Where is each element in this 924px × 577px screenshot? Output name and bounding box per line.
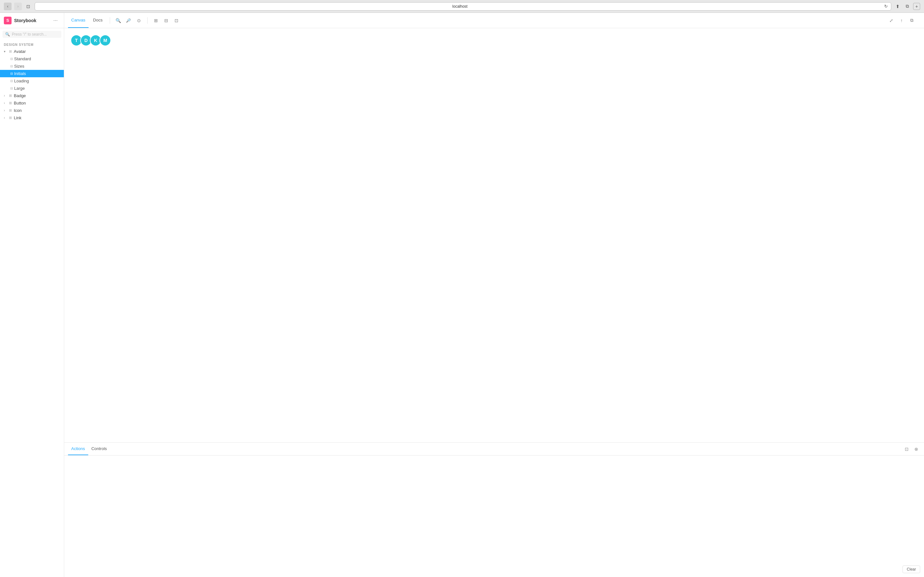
bottom-panel: Actions Controls ⊡ ⊗ Clear [64,442,924,577]
forward-button[interactable]: › [14,3,22,10]
zoom-in-button[interactable]: 🔍 [114,16,123,25]
topbar: S Storybook ··· Canvas Docs 🔍 🔎 ⊙ ⊞ ⊟ ⊡ … [0,13,924,28]
grid-icon: ⊞ [9,93,12,98]
share-canvas-button[interactable]: ↑ [897,16,906,25]
sidebar-group-header-icon[interactable]: › ⊞ Icon [0,107,64,114]
sidebar-item-sizes[interactable]: ⊟ Sizes [0,63,64,70]
copy-canvas-button[interactable]: ⧉ [907,16,916,25]
bottom-tab-actions[interactable]: Actions [68,443,88,455]
sidebar-item-label-standard: Standard [14,56,31,61]
view-outline-button[interactable]: ⊡ [172,16,181,25]
search-box[interactable]: 🔍 Press "/" to search... [3,31,61,38]
bottom-tab-controls[interactable]: Controls [88,443,110,455]
panel-resize-button[interactable]: ⊡ [903,445,911,453]
app: S Storybook ··· Canvas Docs 🔍 🔎 ⊙ ⊞ ⊟ ⊡ … [0,13,924,577]
url-bar[interactable]: localhost ↻ [35,2,891,11]
view-grid-button[interactable]: ⊟ [162,16,171,25]
storybook-menu-button[interactable]: ··· [51,16,60,25]
group-label-avatar: Avatar [14,49,26,54]
sidebar-group-icon: › ⊞ Icon [0,107,64,114]
group-label-button: Button [14,101,26,105]
sidebar-group-button: › ⊞ Button [0,99,64,107]
storybook-logo-text: Storybook [14,18,36,23]
sidebar-group-avatar: ▾ ⊞ Avatar ⊟ Standard ⊟ Sizes ⊟ Ini [0,48,64,92]
panel-close-button[interactable]: ⊗ [913,445,920,453]
sidebar-item-large[interactable]: ⊟ Large [0,85,64,92]
main-topbar: Canvas Docs 🔍 🔎 ⊙ ⊞ ⊟ ⊡ ⤢ ↑ ⧉ [64,13,924,28]
duplicate-button[interactable]: ⧉ [903,3,911,10]
sidebar-group-link: › ⊞ Link [0,114,64,121]
sidebar-group-header-link[interactable]: › ⊞ Link [0,114,64,121]
chevron-right-icon: › [4,101,8,105]
group-label-link: Link [14,115,21,120]
new-tab-button[interactable]: + [913,3,920,10]
browser-actions: ⬆ ⧉ + [894,3,920,10]
item-icon: ⊟ [10,57,13,61]
sidebar-item-label-sizes: Sizes [14,64,24,69]
bottom-panel-content: Clear [64,456,924,577]
toolbar-separator-2 [147,17,148,24]
sidebar: 🔍 Press "/" to search... DESIGN SYSTEM ▾… [0,28,64,577]
canvas-view: T D K M [64,28,924,442]
sidebar-item-initials[interactable]: ⊟ Initials [0,70,64,77]
reload-button[interactable]: ↻ [884,4,888,9]
bottom-panel-right-actions: ⊡ ⊗ [903,445,920,453]
search-placeholder: Press "/" to search... [12,32,47,37]
avatar-items: ⊟ Standard ⊟ Sizes ⊟ Initials ⊟ Loading [0,55,64,92]
chevron-right-icon: › [4,116,8,119]
chevron-down-icon: ▾ [4,50,8,53]
item-icon: ⊟ [10,64,13,68]
sidebar-item-loading[interactable]: ⊟ Loading [0,77,64,85]
toolbar-separator [110,17,110,24]
sidebar-item-label-initials: Initials [14,71,26,76]
tab-canvas[interactable]: Canvas [68,13,89,28]
browser-chrome: ‹ › ⊡ localhost ↻ ⬆ ⧉ + [0,0,924,13]
tab-docs[interactable]: Docs [90,13,106,28]
topbar-right-actions: ⤢ ↑ ⧉ [887,16,920,25]
design-system-label: DESIGN SYSTEM [0,40,64,48]
grid-icon: ⊞ [9,49,12,53]
group-label-icon: Icon [14,108,22,113]
grid-icon: ⊞ [9,101,12,105]
sidebar-group-badge: › ⊞ Badge [0,92,64,99]
canvas-area: T D K M Actions Controls ⊡ ⊗ Clear [64,28,924,577]
avatar-group: T D K M [71,35,111,46]
storybook-logo-icon: S [4,17,11,24]
clear-button[interactable]: Clear [903,566,920,573]
item-icon: ⊟ [10,87,13,90]
url-text: localhost [38,4,882,9]
zoom-reset-button[interactable]: ⊙ [134,16,144,25]
chevron-right-icon: › [4,94,8,97]
grid-icon: ⊞ [9,108,12,113]
back-button[interactable]: ‹ [4,3,11,10]
bottom-tab-bar: Actions Controls ⊡ ⊗ [64,443,924,456]
sidebar-item-standard[interactable]: ⊟ Standard [0,55,64,63]
item-icon: ⊟ [10,79,13,83]
view-single-button[interactable]: ⊞ [152,16,160,25]
sidebar-toggle-button[interactable]: ⊡ [24,3,32,10]
sidebar-header: S Storybook ··· [0,13,64,28]
sidebar-group-header-button[interactable]: › ⊞ Button [0,99,64,107]
fit-button[interactable]: ⤢ [887,16,896,25]
sidebar-group-header-avatar[interactable]: ▾ ⊞ Avatar [0,48,64,55]
sidebar-item-label-loading: Loading [14,79,29,83]
item-icon: ⊟ [10,72,13,75]
grid-icon: ⊞ [9,116,12,120]
group-label-badge: Badge [14,93,26,98]
sidebar-group-header-badge[interactable]: › ⊞ Badge [0,92,64,99]
main-content: 🔍 Press "/" to search... DESIGN SYSTEM ▾… [0,28,924,577]
zoom-out-button[interactable]: 🔎 [124,16,133,25]
search-icon: 🔍 [5,32,10,37]
share-button[interactable]: ⬆ [894,3,901,10]
avatar-M: M [99,35,111,46]
chevron-right-icon: › [4,109,8,112]
sidebar-item-label-large: Large [14,86,25,91]
